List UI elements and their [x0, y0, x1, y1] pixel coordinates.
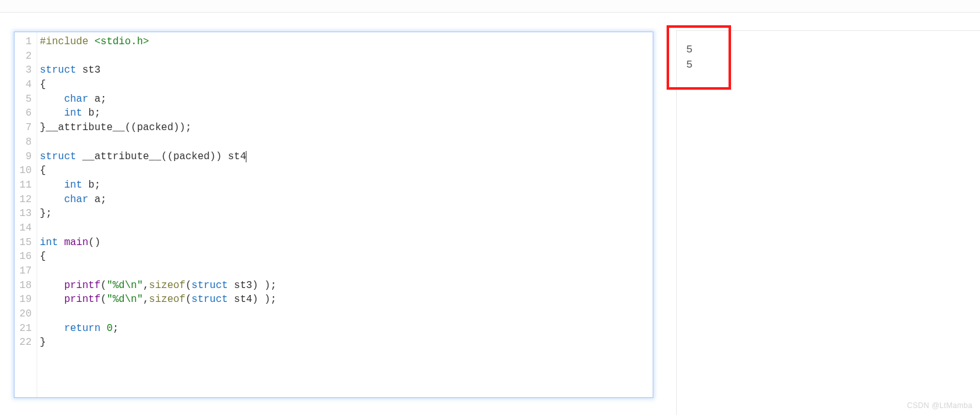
line-number: 5: [15, 92, 37, 107]
text-cursor: [246, 151, 246, 162]
line-number: 17: [15, 264, 37, 279]
output-line: 5: [686, 57, 971, 73]
top-toolbar: [0, 0, 980, 13]
line-number: 8: [15, 135, 37, 150]
code-area[interactable]: #include <stdio.h>struct st3{ char a; in…: [37, 32, 653, 397]
line-number: 12: [15, 193, 37, 207]
code-line[interactable]: struct __attribute__((packed)) st4: [40, 150, 653, 164]
code-line[interactable]: char a;: [40, 193, 653, 207]
line-number: 16: [15, 250, 37, 264]
code-line[interactable]: {: [40, 250, 653, 264]
line-number: 11: [15, 178, 37, 193]
line-number: 13: [15, 207, 37, 221]
code-editor[interactable]: 12345678910111213141516171819202122 #inc…: [14, 32, 653, 398]
code-line[interactable]: [40, 307, 653, 322]
code-line[interactable]: return 0;: [40, 322, 653, 336]
code-line[interactable]: printf("%d\n",sizeof(struct st3) );: [40, 279, 653, 293]
code-line[interactable]: printf("%d\n",sizeof(struct st4) );: [40, 292, 653, 307]
code-line[interactable]: #include <stdio.h>: [40, 35, 653, 49]
code-line[interactable]: int main(): [40, 236, 653, 250]
line-number: 1: [15, 35, 37, 49]
line-number: 18: [15, 279, 37, 293]
code-line[interactable]: };: [40, 207, 653, 221]
code-line[interactable]: char a;: [40, 92, 653, 107]
code-line[interactable]: {: [40, 164, 653, 178]
watermark-text: CSDN @LtMamba: [907, 401, 972, 410]
line-number: 7: [15, 121, 37, 135]
line-number: 21: [15, 322, 37, 336]
line-number: 6: [15, 106, 37, 121]
line-number: 10: [15, 164, 37, 178]
line-number: 20: [15, 307, 37, 322]
code-line[interactable]: [40, 135, 653, 150]
line-number: 19: [15, 292, 37, 307]
code-line[interactable]: }: [40, 335, 653, 350]
code-line[interactable]: [40, 49, 653, 64]
code-line[interactable]: int b;: [40, 106, 653, 121]
output-line: 5: [686, 42, 971, 57]
code-line[interactable]: }__attribute__((packed));: [40, 121, 653, 135]
code-line[interactable]: struct st3: [40, 63, 653, 78]
code-line[interactable]: int b;: [40, 178, 653, 193]
code-line[interactable]: {: [40, 78, 653, 92]
line-number-gutter: 12345678910111213141516171819202122: [15, 32, 37, 397]
line-number: 15: [15, 236, 37, 250]
line-number: 4: [15, 78, 37, 92]
line-number: 22: [15, 335, 37, 350]
line-number: 14: [15, 221, 37, 236]
code-line[interactable]: [40, 221, 653, 236]
code-line[interactable]: [40, 264, 653, 279]
line-number: 3: [15, 63, 37, 78]
output-panel: 5 5: [676, 30, 980, 415]
line-number: 9: [15, 150, 37, 164]
line-number: 2: [15, 49, 37, 64]
